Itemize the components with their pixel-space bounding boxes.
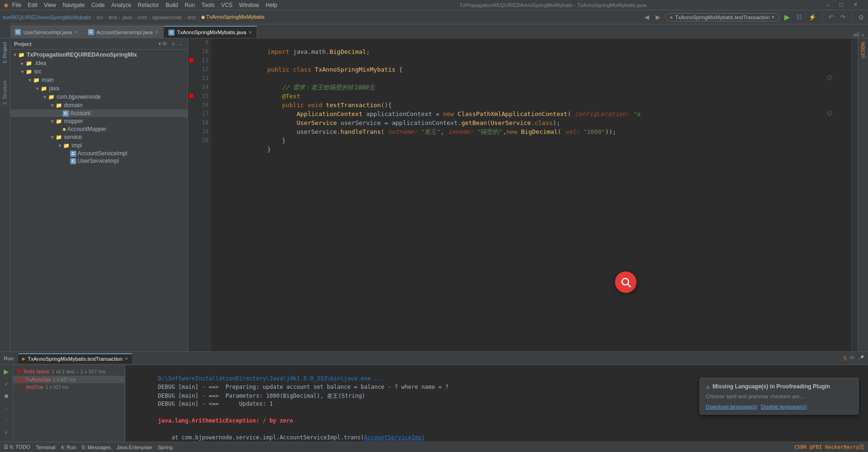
copilot-icon[interactable]: mǓ [854, 32, 860, 38]
status-terminal[interactable]: Terminal [36, 445, 56, 450]
run-tab[interactable]: ▶ TxAnnoSpringMixMybatis.testTransaction… [18, 353, 132, 364]
close-editor-icon[interactable]: ✕ [861, 32, 864, 37]
zh-icon-bottom[interactable]: 中 [850, 355, 855, 362]
tree-userserviceimpl[interactable]: C UserServiceImpl [10, 157, 188, 165]
status-spring[interactable]: Spring [158, 445, 173, 450]
tree-com-bjpowernode[interactable]: ▼ 📁 com.bjpowernode [10, 93, 188, 101]
menu-help[interactable]: Help [266, 2, 277, 8]
out-path-1: D:\SoftwareInstallationDirectory\Java\jd… [158, 375, 384, 382]
navigate-back-btn[interactable]: ◀ [643, 13, 651, 22]
tree-src[interactable]: ▼ 📁 src [10, 67, 188, 76]
menu-code[interactable]: Code [91, 2, 105, 8]
menu-file[interactable]: File [12, 2, 21, 8]
line-num-17: 17 [188, 109, 209, 118]
mapper-file-icon: ■ [63, 126, 66, 132]
tab-icon-tx: C [168, 29, 174, 36]
run-config-selector[interactable]: ▶ TxAnnoSpringMixMybatis.testTransaction… [665, 13, 780, 22]
out-link-1[interactable]: AccountServiceImpl [364, 434, 425, 441]
line-num-19: 19 [188, 127, 209, 136]
menu-window[interactable]: Window [239, 2, 259, 8]
menu-vcs[interactable]: VCS [221, 2, 233, 8]
status-messages[interactable]: 0: Messages [82, 445, 111, 450]
tree-domain[interactable]: ▼ 📁 domain [10, 101, 188, 109]
settings-btn[interactable]: ⚙ [856, 13, 866, 22]
tree-main[interactable]: ▼ 📁 main [10, 76, 188, 84]
tree-java[interactable]: ▼ 📁 java [10, 84, 188, 93]
fail-status-icon: ✖ [17, 368, 21, 374]
fold-icon-15[interactable] [827, 109, 832, 118]
breadcrumb-java: java [123, 15, 132, 20]
tree-account[interactable]: C Account [10, 109, 188, 117]
line-num-12: 12 [188, 65, 209, 74]
tree-accountserviceimpl[interactable]: C AccountServiceImpl [10, 150, 188, 157]
download-language-btn[interactable]: Download language(s) [706, 404, 757, 409]
sidebar-settings-btn[interactable]: ⚙ [161, 40, 168, 47]
tab-close-1[interactable]: ✕ [74, 29, 78, 35]
sort-asc-btn[interactable]: ↕ [2, 403, 11, 413]
csdn-icon-bottom[interactable]: S [843, 355, 847, 362]
status-run[interactable]: 4: Run [61, 445, 76, 450]
tree-impl[interactable]: ▼ 📁 impl [10, 141, 188, 150]
out-line-1: D:\SoftwareInstallationDirectory\Java\jd… [131, 369, 862, 377]
tab-close-2[interactable]: ✕ [155, 29, 159, 35]
build-btn[interactable]: ⚡ [807, 13, 818, 22]
run-check-btn[interactable]: ✓ [2, 379, 11, 388]
structure-label[interactable]: 1: Project [1, 38, 9, 67]
sidebar-collapse-btn[interactable]: – [178, 40, 184, 47]
magnifier-button[interactable] [615, 271, 637, 293]
tab-txanno[interactable]: C TxAnnoSpringMixMybatis.java ✕ [164, 26, 257, 38]
tab-accountserviceimpl[interactable]: C AccountServiceImpl.java ✕ [83, 26, 164, 38]
menu-analyze[interactable]: Analyze [111, 2, 131, 8]
menu-tools[interactable]: Tools [202, 2, 215, 8]
run-tree-item-1[interactable]: ▼ ● TxAnnoSpr 1 s 927 ms [13, 376, 125, 383]
sidebar-layout-btn[interactable]: ≡ [170, 40, 176, 47]
filter-btn[interactable]: ≡ [2, 428, 11, 437]
tab-icon-c1: C [15, 29, 21, 35]
run-play-btn[interactable]: ▶ [2, 367, 11, 376]
run-item2-label: testTrar [26, 384, 44, 390]
java-folder-icon: 📁 [40, 85, 48, 92]
status-java-enterprise[interactable]: Java Enterprise [116, 445, 152, 450]
status-todo[interactable]: ☰ 6: TODO [4, 444, 30, 450]
minimize-btn[interactable]: − [826, 1, 830, 9]
tab-label-1: UserServiceImpl.java [23, 29, 72, 35]
sort-desc-btn[interactable]: ↓ [2, 416, 11, 425]
menu-edit[interactable]: Edit [28, 2, 37, 8]
tab-label-2: AccountServiceImpl.java [96, 29, 152, 35]
run-stop-btn[interactable]: ■ [2, 391, 11, 401]
tree-root[interactable]: ▼ 📁 TxPropagationREQUIREDAnnoSpringMix [10, 51, 188, 59]
menu-refactor[interactable]: Refactor [138, 2, 159, 8]
tab-close-3[interactable]: ✕ [248, 30, 252, 35]
breadcrumb-test2: test [188, 15, 196, 20]
right-tab-zh[interactable]: 中 [859, 59, 868, 66]
tree-service[interactable]: ▼ 📁 service [10, 133, 188, 141]
run-tree-item-2[interactable]: ○ testTrar 1 s 927 ms [13, 383, 125, 391]
maximize-btn[interactable]: ◻ [839, 1, 844, 9]
tree-accountmapper[interactable]: ■ AccountMapper [10, 125, 188, 133]
run-item1-time: 1 s 927 ms [53, 377, 76, 382]
debug-btn[interactable]: ☷ [795, 13, 804, 22]
domain-folder-icon: 📁 [55, 102, 63, 109]
tab-userserviceimpl[interactable]: C UserServiceImpl.java ✕ [10, 26, 83, 38]
menu-view[interactable]: View [44, 2, 56, 8]
mic-icon-bottom[interactable]: 🎤 [858, 355, 864, 361]
navigate-forward-btn[interactable]: ▶ [654, 13, 662, 22]
close-btn[interactable]: ✕ [853, 1, 858, 9]
zstructure-label[interactable]: 2: Structure [1, 77, 9, 109]
right-tab-csdn[interactable]: CSDN [859, 38, 867, 59]
menu-build[interactable]: Build [166, 2, 178, 8]
breakpoint-11[interactable] [189, 58, 194, 63]
run-btn[interactable]: ▶ [782, 12, 792, 22]
breadcrumb-class[interactable]: ◆ TxAnnoSpringMixMybatis [201, 14, 265, 20]
redo-btn[interactable]: ↷ [839, 13, 847, 22]
menu-run[interactable]: Run [185, 2, 195, 8]
disable-language-btn[interactable]: Disable language(s) [761, 404, 807, 409]
tree-idea[interactable]: ► 📁 .idea [10, 59, 188, 67]
breakpoint-15[interactable] [189, 94, 194, 98]
fold-icon-11[interactable] [827, 74, 832, 83]
menu-navigate[interactable]: Navigate [63, 2, 85, 8]
idea-folder-icon: 📁 [25, 59, 33, 67]
undo-btn[interactable]: ↶ [827, 13, 836, 22]
tree-mapper[interactable]: ▼ 📁 mapper [10, 117, 188, 125]
run-tab-close[interactable]: ✕ [124, 356, 128, 361]
